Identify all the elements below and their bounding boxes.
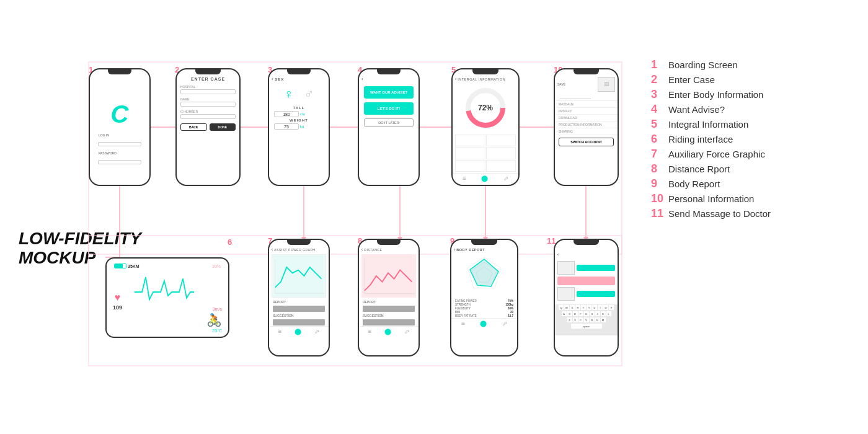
key-j: J: [595, 311, 600, 316]
svg-text:6: 6: [228, 237, 232, 247]
main-container: LOW-FIDELITYMOCKUP 1: [0, 0, 868, 434]
nav-share-7: ⬀: [314, 328, 319, 335]
body-fat-row: BODY FAT RATE 15.7: [455, 314, 513, 317]
phone-notch-10: [574, 69, 598, 74]
sex-icons: ♀ ♂: [269, 86, 329, 102]
female-icon: ♀: [284, 86, 294, 102]
suggestion-label-7: SUGGESTION:: [273, 314, 325, 317]
distance-title: DISTANCE: [364, 248, 382, 252]
phone-notch-7: [287, 240, 311, 245]
flexibility-label: FLEXIBLITY: [455, 307, 471, 310]
phone-8-content: ‹ DISTANCE REPORT: SUGGESTION: ≡ ⬤ ⬀: [359, 246, 418, 336]
avatar-2: [557, 287, 575, 301]
report-bar-7: [273, 306, 325, 312]
back-chevron-11: ‹: [557, 252, 559, 257]
legend-num-1: 1: [651, 59, 666, 70]
key-s: S: [567, 311, 572, 316]
menu-privacy: PRIVACY: [555, 108, 618, 115]
phone-9-content: ‹ BODY REPORT EATING POWER 75% STRENGTH: [451, 246, 517, 328]
p6-main-content: ♥ 109 3m/s 🚴 23°C: [109, 268, 226, 334]
aux-title: ASSIST POWER GRAPH: [274, 248, 315, 252]
menu-download: DOWNLOAD: [555, 115, 618, 122]
phone-notch-8: [377, 240, 401, 245]
want-advise-btn[interactable]: WANT OUR ADVISE?: [364, 86, 414, 99]
key-r: R: [575, 305, 580, 310]
strength-row: STRENGTH 130kg: [455, 303, 513, 306]
legend-num-4: 4: [651, 104, 666, 115]
legend-text-7: Auxiliary Force Graphic: [668, 149, 765, 159]
legend-sidebar: 1 Boarding Screen 2 Enter Case 3 Enter B…: [651, 59, 856, 223]
nav-share-9: ⬀: [502, 320, 507, 327]
tall-input-row: 180 cm: [274, 111, 324, 117]
weight-unit: kg: [300, 125, 304, 128]
legend-num-10: 10: [651, 193, 666, 204]
nav-home-9: ⬤: [480, 320, 487, 327]
lets-do-it-btn[interactable]: LET'S DO IT!: [364, 102, 414, 115]
temp-value: 23°C: [212, 329, 222, 333]
p11-messages: [555, 260, 618, 302]
keyboard: Q W E R T Y U I O P A S D F G H: [555, 304, 618, 335]
speed-temp-display: 3m/s 🚴 23°C: [206, 270, 222, 333]
nav-home-7: ⬤: [294, 328, 301, 335]
phone-notch-9: [471, 240, 497, 245]
phone-notch-3: [287, 69, 311, 74]
phone-10-content: SAVE 🖼 MASSAUE PRIVACY DOWNLOAD PRODUCTI…: [555, 76, 618, 149]
phone-2-content: ENTER CASE HOSPITAL NAME ID NUMBER BACK …: [177, 76, 239, 185]
phone-8-distance: ‹ DISTANCE REPORT: SUGGESTION: ≡ ⬤ ⬀: [358, 239, 420, 356]
distance-chart: [361, 254, 416, 298]
phone-4-content: ‹ WANT OUR ADVISE? LET'S DO IT! DO IT LA…: [359, 76, 418, 131]
phone-10-personal: SAVE 🖼 MASSAUE PRIVACY DOWNLOAD PRODUCTI…: [554, 68, 619, 186]
key-i: I: [598, 305, 603, 310]
nav-menu-9: ≡: [461, 320, 465, 327]
body-fat-label: BODY FAT RATE: [455, 314, 477, 317]
distance-display: 35KM: [114, 264, 140, 268]
key-e: E: [570, 305, 575, 310]
password-input: [98, 160, 141, 164]
rider-icon: 🚴: [206, 312, 222, 327]
back-chevron-7: ‹: [272, 247, 273, 252]
heart-rate-display: ♥ 109: [113, 270, 122, 333]
back-button[interactable]: BACK: [180, 123, 207, 131]
legend-text-10: Personal Information: [668, 193, 754, 204]
back-chevron-5: ‹: [455, 77, 456, 81]
phone-7-aux-force: ‹ ASSIST POWER GRAPH REPORT: SUGGESTION:…: [268, 239, 330, 356]
stats-grid: [455, 135, 516, 172]
key-row-2: A S D F G H J K L: [555, 311, 618, 317]
login-label: LOG IN: [99, 133, 109, 137]
battery-fill: [115, 264, 123, 268]
phone-6-riding: 35KM 30% ♥ 109 3m/s 🚴 23°C: [105, 257, 229, 338]
legend-text-9: Body Report: [668, 179, 720, 189]
back-chevron-3: ‹: [272, 77, 273, 81]
key-g: G: [584, 311, 589, 316]
key-a: A: [562, 311, 567, 316]
do-it-later-btn[interactable]: DO IT LATER: [364, 118, 414, 127]
phone-notch-4: [377, 69, 401, 74]
tall-unit: cm: [300, 112, 305, 116]
switch-account-button[interactable]: SWITCH ACCOUNT: [559, 138, 614, 146]
eating-power-row: EATING POWER 75%: [455, 299, 513, 303]
back-chevron-8: ‹: [361, 247, 363, 252]
name-label: NAME: [180, 97, 236, 101]
p11-header: ‹: [555, 246, 618, 260]
id-label: ID NUMBER: [180, 110, 236, 113]
done-button[interactable]: DONE: [210, 123, 236, 131]
login-input: [98, 142, 141, 146]
key-t: T: [581, 305, 586, 310]
phone-5-integral: ‹ INTERGAL INFORMATION 72% ≡ ⬤ ⬀: [451, 68, 520, 186]
legend-item-3: 3 Enter Body Information: [651, 89, 856, 100]
battery-icon: [114, 264, 126, 268]
hospital-label: HOSPITAL: [180, 85, 236, 89]
key-row-3: Z X C V B N M: [555, 317, 618, 323]
nav-home-icon: ⬤: [481, 175, 488, 182]
legend-num-8: 8: [651, 163, 666, 174]
body-stats: EATING POWER 75% STRENGTH 130kg FLEXIBLI…: [451, 299, 517, 318]
p5-nav-footer: ≡ ⬤ ⬀: [453, 173, 518, 183]
male-icon: ♂: [304, 86, 314, 102]
key-v: V: [584, 317, 589, 322]
flexibility-value: 60%: [508, 307, 513, 310]
phone-notch-2: [195, 69, 220, 74]
weight-input-row: 75 kg: [274, 123, 324, 130]
p10-name-row: [555, 93, 618, 101]
p5-header: ‹ INTERGAL INFORMATION: [453, 76, 518, 82]
body-report-title: BODY REPORT: [456, 248, 485, 252]
